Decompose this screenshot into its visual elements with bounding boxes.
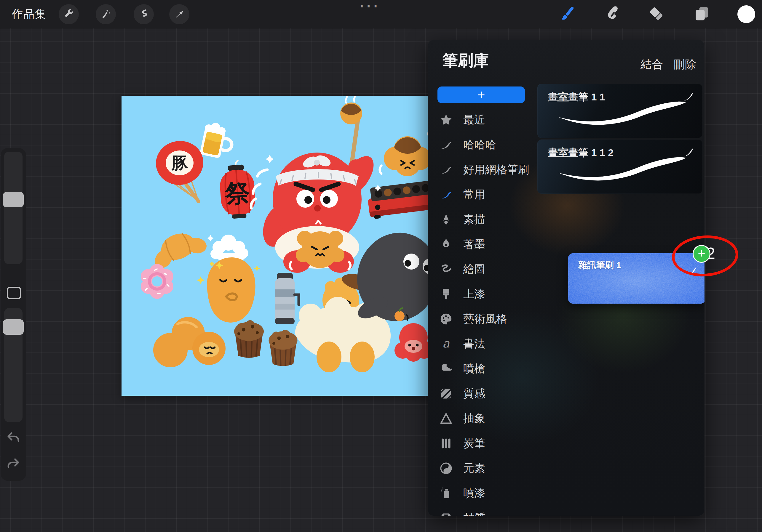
triangle-icon: [439, 412, 453, 425]
brush-category-17[interactable]: 材質: [428, 506, 537, 516]
panel-actions: 結合 刪除: [641, 57, 696, 72]
brush-category-1[interactable]: 最近: [428, 107, 537, 132]
squiggle-icon: [439, 263, 453, 276]
brush-category-label: 質感: [463, 381, 485, 406]
brush-category-label: 繪圖: [463, 257, 485, 282]
brush-opacity-handle[interactable]: [3, 319, 24, 335]
selection-button[interactable]: [134, 4, 154, 24]
calligraphy-icon: a: [439, 337, 453, 351]
sidebar-sliders: [1, 148, 26, 481]
undo-icon: [5, 442, 21, 447]
brush-category-6[interactable]: 著墨: [428, 232, 537, 257]
brush-category-label: 噴漆: [463, 481, 485, 506]
brush-category-3[interactable]: 好用網格筆刷: [428, 157, 537, 182]
svg-text:豚: 豚: [171, 154, 188, 173]
actions-button[interactable]: [59, 4, 79, 24]
svg-text:a: a: [442, 337, 450, 351]
brush-category-11[interactable]: 噴槍: [428, 356, 537, 381]
charcoal-icon: [439, 437, 453, 450]
redo-icon: [5, 468, 21, 473]
gallery-button[interactable]: 作品集: [12, 0, 46, 28]
procreate-app: 作品集 ···: [0, 0, 762, 532]
top-toolbar: 作品集 ···: [0, 0, 762, 28]
texture-icon: [439, 387, 453, 400]
brush-category-5[interactable]: 素描: [428, 207, 537, 232]
brush-category-list: 最近哈哈哈好用網格筆刷常用素描著墨繪圖上漆藝術風格a書法噴槍質感抽象炭筆元素噴漆…: [428, 40, 537, 516]
brush-name: 畫室畫筆 1 1: [548, 90, 605, 104]
brush-item[interactable]: 畫室畫筆 1 1: [537, 84, 702, 138]
brush-item[interactable]: 畫室畫筆 1 1 2: [537, 140, 702, 194]
brush-name: 畫室畫筆 1 1 2: [548, 146, 614, 160]
paint-tool-button[interactable]: [556, 3, 578, 26]
eraser-icon: [648, 5, 665, 24]
brush-category-label: 噴槍: [463, 356, 485, 381]
brush-category-label: 好用網格筆刷: [463, 157, 529, 182]
yinyang-icon: [439, 462, 453, 475]
layers-icon: [693, 5, 711, 24]
paintbrush-icon: [439, 288, 453, 300]
transform-button[interactable]: [169, 4, 190, 24]
layers-tool-button[interactable]: [691, 3, 713, 26]
swoosh-icon: [439, 138, 453, 151]
brush-category-label: 材質: [463, 506, 485, 516]
brush-size-slider[interactable]: [4, 152, 23, 264]
brush-category-14[interactable]: 炭筆: [428, 431, 537, 456]
delete-button[interactable]: 刪除: [674, 57, 696, 72]
brush-category-label: 炭筆: [463, 431, 485, 456]
color-tool-button[interactable]: [737, 5, 755, 23]
redo-button[interactable]: [5, 456, 21, 472]
swoosh-icon: [439, 163, 453, 176]
brush-category-15[interactable]: 元素: [428, 456, 537, 481]
brush-category-label: 常用: [463, 182, 485, 207]
swoosh-icon: [439, 188, 453, 201]
combine-button[interactable]: 結合: [641, 57, 663, 72]
brush-category-9[interactable]: 藝術風格: [428, 306, 537, 331]
smudge-tool-button[interactable]: [600, 3, 623, 26]
magic-wand-icon: [101, 8, 111, 20]
palette-icon: [439, 312, 453, 326]
undo-button[interactable]: [5, 431, 21, 446]
brush-category-8[interactable]: 上漆: [428, 282, 537, 306]
svg-text:祭: 祭: [224, 178, 251, 209]
brush-category-label: 元素: [463, 456, 485, 481]
smudge-icon: [603, 5, 620, 24]
brush-category-label: 最近: [463, 107, 485, 132]
brush-size-handle[interactable]: [3, 192, 24, 207]
brush-category-label: 素描: [463, 207, 485, 232]
brush-category-label: 書法: [463, 331, 485, 356]
brush-signature-icon: [682, 90, 695, 103]
adjustments-button[interactable]: [96, 4, 116, 24]
brush-library-panel: 筆刷庫 結合 刪除 + 最近哈哈哈好用網格筆刷常用素描著墨繪圖上漆藝術風格a書法…: [428, 40, 705, 516]
drawing-canvas[interactable]: 豚 祭: [121, 96, 457, 396]
brush-category-4[interactable]: 常用: [428, 182, 537, 207]
brush-category-label: 上漆: [463, 282, 485, 306]
brush-category-2[interactable]: 哈哈哈: [428, 132, 537, 157]
material-icon: [439, 511, 453, 516]
brush-category-7[interactable]: 繪圖: [428, 257, 537, 282]
brush-category-12[interactable]: 質感: [428, 381, 537, 406]
wrench-icon: [63, 8, 74, 20]
dragged-brush-name: 雜訊筆刷 1: [578, 259, 621, 271]
modify-button[interactable]: [7, 287, 21, 299]
paintbrush-icon: [559, 5, 576, 24]
brush-category-16[interactable]: 噴漆: [428, 481, 537, 506]
erase-tool-button[interactable]: [645, 3, 667, 26]
canvas-artwork: 豚 祭: [121, 96, 457, 396]
brush-category-label: 抽象: [463, 406, 485, 431]
brush-signature-icon: [682, 146, 695, 159]
pencil-icon: [439, 213, 453, 226]
brush-category-label: 哈哈哈: [463, 132, 496, 157]
spraycan-icon: [439, 487, 453, 500]
brush-category-label: 藝術風格: [463, 306, 507, 331]
airbrush-icon: [439, 362, 453, 375]
brush-category-10[interactable]: a書法: [428, 331, 537, 356]
star-icon: [439, 113, 453, 126]
transform-icon: [174, 8, 185, 20]
canvas-overflow-menu[interactable]: ···: [360, 0, 381, 14]
brush-category-13[interactable]: 抽象: [428, 406, 537, 431]
brush-category-label: 著墨: [463, 232, 485, 257]
selection-icon: [138, 8, 149, 20]
nib-icon: [439, 238, 453, 251]
